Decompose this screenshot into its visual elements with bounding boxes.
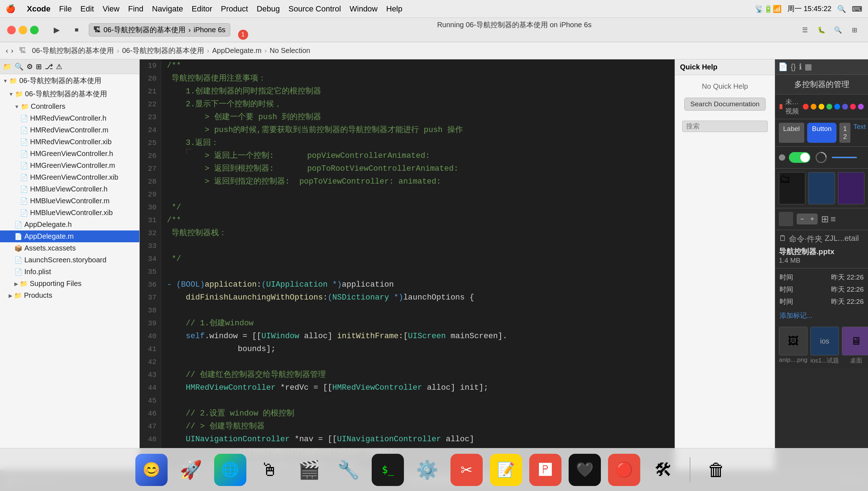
run-button[interactable]: ▶ (49, 22, 64, 38)
menu-view[interactable]: View (102, 4, 119, 14)
dock-app-dark[interactable]: 🖤 (569, 454, 601, 486)
inspector-grid-icon[interactable]: ▦ (805, 62, 812, 72)
dock-safari[interactable]: 🌐 (214, 454, 246, 486)
time-label-2: 时间 (780, 285, 793, 294)
menubar-search-icon[interactable]: 🔍 (837, 5, 846, 13)
close-button[interactable] (7, 26, 16, 34)
dock-finder[interactable]: 😊 (135, 454, 168, 486)
toggle-switch[interactable] (789, 152, 810, 163)
sidebar-item-hmgreen-xib[interactable]: 📄 HMGreenViewController.xib (0, 171, 139, 183)
toolbar-right-icons: ☰ 🐛 🔍 ⊞ (799, 24, 861, 37)
sidebar-item-supporting[interactable]: ▶ 📁 Supporting Files (0, 278, 139, 290)
nav-part1[interactable]: 06-导航控制器的基本使用 (32, 46, 114, 55)
nav-sep2: › (117, 47, 119, 55)
dock-pages[interactable]: 🅿 (529, 454, 561, 486)
sidebar-search-icon[interactable]: 🔍 (15, 62, 24, 71)
sidebar-item-appdelegate-m[interactable]: 📄 AppDelegate.m (0, 230, 139, 242)
dock-simulator[interactable]: 🔴 (608, 454, 640, 486)
cmd-label: 命令·件夹 (789, 234, 823, 244)
maximize-button[interactable] (30, 26, 39, 34)
sidebar-item-hmblue-h[interactable]: 📄 HMBlueViewController.h (0, 183, 139, 195)
sidebar-filter-icon[interactable]: ⚙ (26, 62, 33, 71)
scheme-selector[interactable]: 🏗 06-导航控制器的基本使用 › iPhone 6s (89, 23, 230, 37)
label-btn[interactable]: Label (779, 123, 804, 143)
sidebar-item-appdelegate-h[interactable]: 📄 AppDelegate.h (0, 219, 139, 230)
disclosure-icon: ▶ (9, 293, 13, 298)
sidebar-folder-icon[interactable]: 📁 (3, 62, 12, 71)
dock-launchpad[interactable]: 🚀 (175, 454, 207, 486)
sidebar-item-hmblue-xib[interactable]: 📄 HMBlueViewController.xib (0, 207, 139, 219)
menu-navigate[interactable]: Navigate (152, 4, 183, 14)
layout-toggle[interactable]: ⊞ (848, 24, 861, 37)
dock-terminal[interactable]: $_ (372, 454, 404, 486)
dock-trash[interactable]: 🗑 (700, 454, 733, 486)
sidebar-item-infoplist[interactable]: 📄 Info.plist (0, 266, 139, 278)
nav-part3[interactable]: AppDelegate.m (212, 47, 262, 55)
line-num-47: 47 (144, 420, 156, 433)
apple-menu[interactable]: 🍎 (6, 4, 15, 14)
button-btn[interactable]: Button (807, 123, 837, 143)
sidebar-item-products[interactable]: ▶ 📁 Products (0, 290, 139, 301)
sidebar-item-controllers[interactable]: ▼ 📁 Controllers (0, 101, 139, 112)
stop-button[interactable]: ■ (69, 22, 85, 38)
menu-file[interactable]: File (59, 4, 72, 14)
grid-3col-icon[interactable]: ⊞ (821, 214, 829, 225)
inspector-info-icon[interactable]: ℹ (799, 62, 802, 72)
sidebar-item-hmred-m[interactable]: 📄 HMRedViewController.m (0, 124, 139, 136)
search-documentation-button[interactable]: Search Documentation (684, 98, 766, 111)
menu-debug[interactable]: Debug (257, 4, 280, 14)
minimize-button[interactable] (19, 26, 27, 34)
menu-find[interactable]: Find (128, 4, 144, 14)
menu-help[interactable]: Help (386, 4, 402, 14)
sidebar-git-icon[interactable]: ⎇ (45, 62, 53, 71)
dock-mouse[interactable]: 🖱 (254, 454, 286, 486)
sidebar-issue-icon[interactable]: ⚠ (56, 62, 62, 71)
menu-edit[interactable]: Edit (80, 4, 94, 14)
menu-sourcecontrol[interactable]: Source Control (289, 4, 341, 14)
dock-mindnode[interactable]: ✂ (450, 454, 483, 486)
sidebar-item-hmred-h[interactable]: 📄 HMRedViewController.h (0, 112, 139, 124)
sidebar-item-root[interactable]: ▼ 📁 06-导航控制器的基本使用 (0, 74, 139, 87)
menu-window[interactable]: Window (349, 4, 377, 14)
add-note-link[interactable]: 添加标记... (780, 312, 812, 319)
inspector-brace-icon[interactable]: {} (791, 62, 796, 72)
folder-icon: 📁 (9, 77, 17, 85)
sidebar-item-hmred-xib[interactable]: 📄 HMRedViewController.xib (0, 136, 139, 148)
stepper-plus[interactable]: + (807, 214, 817, 224)
dock-tools[interactable]: 🔧 (332, 454, 365, 486)
inspector-toggle[interactable]: 🔍 (831, 24, 844, 37)
code-container: 19 20 21 22 23 24 25 26 27 28 29 30 31 3… (140, 59, 675, 470)
grid-icons: ⊞ ≡ (821, 214, 836, 225)
sidebar-item-hmgreen-h[interactable]: 📄 HMGreenViewController.h (0, 148, 139, 160)
debug-toggle[interactable]: 🐛 (815, 24, 828, 37)
menu-xcode[interactable]: Xcode (27, 4, 50, 14)
dock-notes[interactable]: 📝 (490, 454, 522, 486)
dock-system-prefs[interactable]: ⚙️ (411, 454, 443, 486)
menubar-keyboard-icon[interactable]: ⌨ (852, 5, 862, 13)
sidebar-source-icon[interactable]: ⊞ (36, 62, 42, 71)
navigator-toggle[interactable]: ☰ (799, 24, 811, 37)
sidebar-item-hmgreen-m[interactable]: 📄 HMGreenViewController.m (0, 160, 139, 171)
seg-btn[interactable]: 1 2 (839, 123, 850, 143)
progress-bar[interactable] (832, 157, 857, 158)
stepper-minus[interactable]: − (797, 214, 807, 224)
sidebar-item-launchscreen[interactable]: 📄 LaunchScreen.storyboard (0, 254, 139, 266)
dock-tools2[interactable]: 🛠 (647, 454, 680, 486)
search-input[interactable] (682, 121, 768, 132)
code-editor[interactable]: 19 20 21 22 23 24 25 26 27 28 29 30 31 3… (140, 59, 675, 470)
inspector-file-icon[interactable]: 📄 (778, 62, 788, 72)
sidebar-item-hmblue-m[interactable]: 📄 HMBlueViewController.m (0, 195, 139, 207)
radio-unchecked[interactable] (779, 154, 785, 161)
line-num-44: 44 (144, 381, 156, 394)
grid-rows-icon[interactable]: ≡ (830, 214, 836, 225)
nav-forward[interactable]: › (11, 47, 14, 55)
dock-quicktime[interactable]: 🎬 (293, 454, 325, 486)
nav-part2[interactable]: 06-导航控制器的基本使用 (122, 46, 204, 55)
nav-sep1: 🏗 (19, 47, 26, 55)
sidebar-item-sub[interactable]: ▼ 📁 06-导航控制器的基本使用 (0, 87, 139, 101)
text-btn[interactable]: Text (853, 123, 866, 143)
sidebar-item-assets[interactable]: 📦 Assets.xcassets (0, 242, 139, 254)
nav-back[interactable]: ‹ (6, 47, 8, 55)
menu-editor[interactable]: Editor (192, 4, 212, 14)
menu-product[interactable]: Product (221, 4, 248, 14)
